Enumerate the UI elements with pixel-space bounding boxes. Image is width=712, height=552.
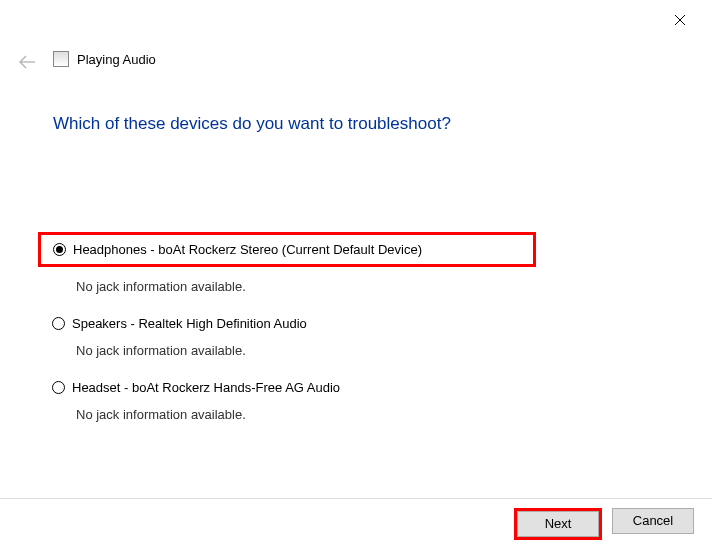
back-arrow-icon <box>18 55 36 69</box>
highlight-annotation: Headphones - boAt Rockerz Stereo (Curren… <box>38 232 536 267</box>
close-icon <box>674 14 686 26</box>
radio-icon <box>52 381 65 394</box>
radio-icon <box>52 317 65 330</box>
window-title: Playing Audio <box>77 52 156 67</box>
page-heading: Which of these devices do you want to tr… <box>53 114 451 134</box>
device-subtext: No jack information available. <box>76 407 638 422</box>
device-list: Headphones - boAt Rockerz Stereo (Curren… <box>38 232 638 444</box>
device-label: Headphones - boAt Rockerz Stereo (Curren… <box>73 242 422 257</box>
radio-icon <box>53 243 66 256</box>
device-option-speakers[interactable]: Speakers - Realtek High Definition Audio <box>38 316 638 331</box>
device-label: Speakers - Realtek High Definition Audio <box>72 316 307 331</box>
close-button[interactable] <box>666 10 694 32</box>
highlight-annotation: Next <box>514 508 602 540</box>
device-option-headphones[interactable]: Headphones - boAt Rockerz Stereo (Curren… <box>45 242 529 257</box>
device-label: Headset - boAt Rockerz Hands-Free AG Aud… <box>72 380 340 395</box>
cancel-button[interactable]: Cancel <box>612 508 694 534</box>
footer-buttons: Next Cancel <box>514 508 694 540</box>
separator <box>0 498 712 499</box>
next-button[interactable]: Next <box>517 511 599 537</box>
device-subtext: No jack information available. <box>76 343 638 358</box>
back-button[interactable] <box>18 55 36 73</box>
device-option-headset[interactable]: Headset - boAt Rockerz Hands-Free AG Aud… <box>38 380 638 395</box>
device-subtext: No jack information available. <box>76 279 638 294</box>
troubleshooter-icon <box>53 51 69 67</box>
title-bar: Playing Audio <box>53 51 156 67</box>
